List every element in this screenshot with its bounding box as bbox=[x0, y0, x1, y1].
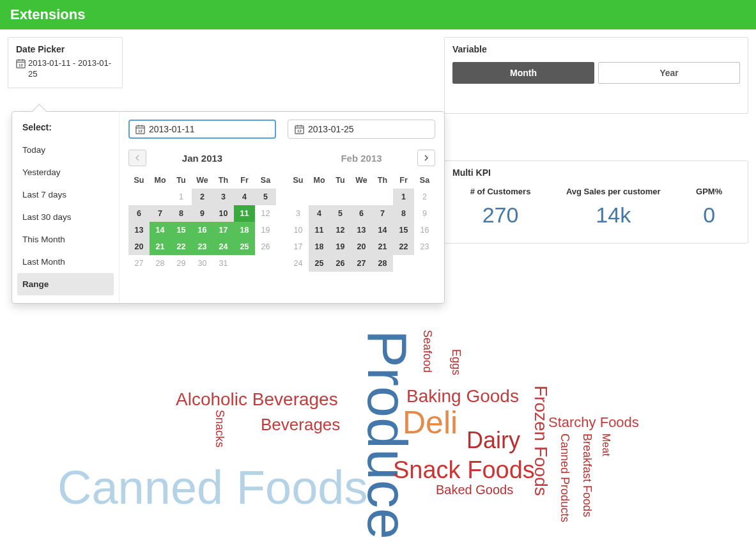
word-cloud-item[interactable]: Baked Goods bbox=[436, 483, 513, 496]
variable-option-month[interactable]: Month bbox=[452, 62, 594, 84]
calendar-day[interactable]: 6 bbox=[351, 205, 372, 222]
calendar-day[interactable]: 2 bbox=[192, 189, 213, 205]
calendar-day[interactable]: 1 bbox=[171, 189, 192, 205]
preset-item[interactable]: Last Month bbox=[17, 251, 114, 273]
prev-month-button[interactable] bbox=[128, 150, 146, 166]
calendar-day[interactable]: 19 bbox=[255, 222, 276, 238]
calendar-day[interactable]: 19 bbox=[330, 238, 351, 255]
date-picker-summary-text: 2013-01-11 - 2013-01-25 bbox=[28, 58, 114, 80]
calendar-day[interactable]: 15 bbox=[171, 222, 192, 238]
calendar-day[interactable]: 28 bbox=[150, 255, 171, 272]
word-cloud-item[interactable]: Alcoholic Beverages bbox=[176, 391, 338, 409]
calendar-day[interactable]: 17 bbox=[213, 222, 234, 238]
word-cloud-item[interactable]: Deli bbox=[403, 407, 458, 439]
calendar-day[interactable]: 4 bbox=[234, 189, 255, 205]
calendar-day[interactable]: 27 bbox=[351, 255, 372, 272]
word-cloud-item[interactable]: Eggs bbox=[451, 349, 462, 375]
calendar-day[interactable]: 3 bbox=[213, 189, 234, 205]
calendar-day[interactable]: 9 bbox=[192, 205, 213, 222]
calendar-day[interactable]: 25 bbox=[234, 238, 255, 255]
calendar-day[interactable]: 17 bbox=[288, 238, 309, 255]
word-cloud-item[interactable]: Baking Goods bbox=[406, 387, 519, 405]
word-cloud[interactable]: ProduceCanned FoodsDeliSnack FoodsDairyB… bbox=[0, 323, 756, 537]
preset-item[interactable]: Range bbox=[17, 273, 114, 295]
calendar-day[interactable]: 18 bbox=[309, 238, 330, 255]
calendar-day[interactable]: 13 bbox=[351, 222, 372, 238]
calendar-day[interactable]: 7 bbox=[150, 205, 171, 222]
calendar-day[interactable]: 13 bbox=[128, 222, 150, 238]
end-date-input[interactable]: 12 2013-01-25 bbox=[288, 120, 435, 139]
word-cloud-item[interactable]: Snacks bbox=[214, 410, 226, 447]
word-cloud-item[interactable]: Seafood bbox=[422, 330, 433, 373]
word-cloud-item[interactable]: Frozen Foods bbox=[532, 385, 550, 496]
calendar-day[interactable]: 27 bbox=[128, 255, 150, 272]
word-cloud-item[interactable]: Canned Products bbox=[559, 433, 571, 522]
word-cloud-item[interactable]: Dairy bbox=[467, 429, 520, 452]
calendar-day[interactable]: 21 bbox=[150, 238, 171, 255]
calendar-day[interactable]: 11 bbox=[234, 205, 255, 222]
word-cloud-item[interactable]: Meat bbox=[601, 433, 611, 456]
calendar-day[interactable]: 24 bbox=[288, 255, 309, 272]
calendar-day[interactable]: 8 bbox=[393, 205, 414, 222]
calendar-day[interactable]: 10 bbox=[213, 205, 234, 222]
variable-option-year[interactable]: Year bbox=[598, 62, 740, 84]
calendar-day[interactable]: 20 bbox=[351, 238, 372, 255]
word-cloud-item[interactable]: Canned Foods bbox=[58, 464, 367, 511]
calendar-day[interactable]: 4 bbox=[309, 205, 330, 222]
preset-item[interactable]: Today bbox=[17, 139, 114, 161]
dow-header: Th bbox=[372, 173, 393, 189]
calendar-day[interactable]: 30 bbox=[192, 255, 213, 272]
calendar-day[interactable]: 16 bbox=[414, 222, 435, 238]
calendar-day[interactable]: 31 bbox=[213, 255, 234, 272]
preset-item[interactable]: This Month bbox=[17, 228, 114, 251]
next-month-button[interactable] bbox=[417, 150, 435, 166]
calendar-day[interactable]: 6 bbox=[128, 205, 150, 222]
calendar-day[interactable]: 28 bbox=[372, 255, 393, 272]
calendar-day[interactable]: 5 bbox=[330, 205, 351, 222]
kpi-value: 0 bbox=[696, 203, 722, 228]
calendar-day[interactable]: 14 bbox=[372, 222, 393, 238]
word-cloud-item[interactable]: Starchy Foods bbox=[548, 416, 639, 430]
calendar-day[interactable]: 23 bbox=[414, 238, 435, 255]
calendar-day[interactable]: 8 bbox=[171, 205, 192, 222]
app-title: Extensions bbox=[10, 6, 85, 23]
calendar-day[interactable]: 20 bbox=[128, 238, 150, 255]
preset-item[interactable]: Last 7 days bbox=[17, 183, 114, 206]
calendar-day[interactable]: 3 bbox=[288, 205, 309, 222]
calendar-day[interactable]: 26 bbox=[330, 255, 351, 272]
calendar-day[interactable]: 1 bbox=[393, 189, 414, 205]
calendar-day[interactable]: 10 bbox=[288, 222, 309, 238]
calendar-right[interactable]: SuMoTuWeThFrSa12345678910111213141516171… bbox=[288, 173, 435, 272]
calendar-day[interactable]: 12 bbox=[330, 222, 351, 238]
calendar-day[interactable]: 23 bbox=[192, 238, 213, 255]
calendar-day[interactable]: 5 bbox=[255, 189, 276, 205]
calendar-day[interactable]: 21 bbox=[372, 238, 393, 255]
preset-item[interactable]: Yesterday bbox=[17, 161, 114, 183]
word-cloud-item[interactable]: Beverages bbox=[261, 416, 340, 433]
calendar-left[interactable]: SuMoTuWeThFrSa12345678910111213141516171… bbox=[128, 173, 276, 272]
word-cloud-item[interactable]: Breakfast Foods bbox=[582, 433, 593, 517]
date-picker-summary[interactable]: 12 2013-01-11 - 2013-01-25 bbox=[8, 58, 122, 85]
calendar-day[interactable]: 2 bbox=[414, 189, 435, 205]
calendar-day[interactable]: 16 bbox=[192, 222, 213, 238]
start-date-input[interactable]: 12 2013-01-11 bbox=[128, 120, 276, 139]
calendar-day[interactable]: 18 bbox=[234, 222, 255, 238]
calendar-day bbox=[234, 255, 255, 272]
calendar-day[interactable]: 24 bbox=[213, 238, 234, 255]
variable-title: Variable bbox=[445, 38, 748, 58]
preset-item[interactable]: Last 30 days bbox=[17, 206, 114, 228]
word-cloud-item[interactable]: Snack Foods bbox=[393, 458, 535, 482]
calendar-day[interactable]: 26 bbox=[255, 238, 276, 255]
calendar-day[interactable]: 14 bbox=[150, 222, 171, 238]
calendar-day[interactable]: 25 bbox=[309, 255, 330, 272]
calendar-day[interactable]: 9 bbox=[414, 205, 435, 222]
calendar-day[interactable]: 7 bbox=[372, 205, 393, 222]
calendar-day bbox=[150, 189, 171, 205]
calendar-day[interactable]: 11 bbox=[309, 222, 330, 238]
calendar-day[interactable]: 15 bbox=[393, 222, 414, 238]
calendar-day[interactable]: 22 bbox=[393, 238, 414, 255]
calendar-day[interactable]: 22 bbox=[171, 238, 192, 255]
calendar-day[interactable]: 29 bbox=[171, 255, 192, 272]
calendar-day[interactable]: 12 bbox=[255, 205, 276, 222]
kpi-customers: # of Customers 270 bbox=[470, 187, 531, 228]
